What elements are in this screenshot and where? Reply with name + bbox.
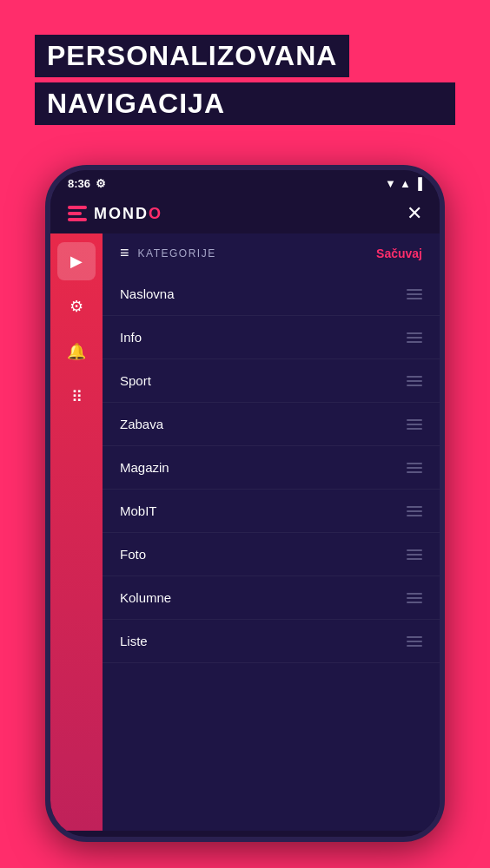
- category-name: Naslovna: [120, 286, 175, 301]
- drag-handle-icon[interactable]: [407, 463, 422, 473]
- sidebar: ▶ ⚙ 🔔 ⠿: [50, 233, 103, 831]
- category-item[interactable]: Naslovna: [103, 273, 440, 316]
- sidebar-item-settings[interactable]: ⚙: [57, 287, 96, 326]
- logo-bar-2: [68, 212, 82, 215]
- bell-icon: 🔔: [67, 342, 86, 361]
- drag-line: [407, 463, 422, 464]
- drag-line: [407, 602, 422, 603]
- drag-line: [407, 645, 422, 647]
- drag-line: [407, 289, 422, 291]
- category-item[interactable]: Foto: [103, 533, 440, 576]
- drag-line: [407, 510, 422, 512]
- drag-handle-icon[interactable]: [407, 549, 422, 560]
- category-item[interactable]: Sport: [103, 359, 440, 403]
- category-item[interactable]: Magazin: [103, 446, 440, 490]
- drag-line: [407, 341, 422, 343]
- headline-line2: NAVIGACIJA: [35, 82, 455, 125]
- drag-handle-icon[interactable]: [407, 332, 422, 343]
- grid-icon: ⠿: [71, 387, 83, 406]
- headline-area: PERSONALIZOVANA NAVIGACIJA: [35, 35, 455, 130]
- category-item[interactable]: Zabava: [103, 403, 440, 446]
- category-name: Info: [120, 330, 142, 345]
- battery-icon: ▐: [414, 177, 422, 190]
- phone-frame: 8:36 ⚙ ▼ ▲ ▐ MONDO ✕: [45, 165, 445, 842]
- drag-line: [407, 298, 422, 299]
- logo-bar-1: [68, 206, 87, 209]
- logo-bar-3: [68, 218, 87, 221]
- sidebar-item-grid[interactable]: ⠿: [57, 378, 96, 416]
- drag-line: [407, 636, 422, 638]
- category-name: MobIT: [120, 503, 157, 518]
- drag-line: [407, 419, 422, 421]
- sidebar-item-notifications[interactable]: 🔔: [57, 332, 96, 371]
- main-content: ▶ ⚙ 🔔 ⠿ ≡ KATEGORIJE: [50, 233, 440, 831]
- right-panel: ≡ KATEGORIJE Sačuvaj NaslovnaInfoSportZa…: [103, 233, 440, 831]
- drag-line: [407, 337, 422, 339]
- time-display: 8:36: [68, 177, 90, 190]
- save-button[interactable]: Sačuvaj: [376, 247, 422, 260]
- category-item[interactable]: MobIT: [103, 490, 440, 533]
- drag-line: [407, 554, 422, 556]
- logo-area: MONDO: [68, 205, 162, 223]
- category-name: Liste: [120, 634, 148, 648]
- panel-title: KATEGORIJE: [138, 247, 216, 260]
- drag-line: [407, 515, 422, 516]
- category-item[interactable]: Liste: [103, 620, 440, 663]
- gear-icon: ⚙: [96, 177, 106, 190]
- logo-text: MONDO: [94, 205, 162, 223]
- panel-header: ≡ KATEGORIJE Sačuvaj: [103, 233, 440, 273]
- drag-handle-icon[interactable]: [407, 636, 422, 647]
- category-name: Magazin: [120, 460, 169, 475]
- drag-handle-icon[interactable]: [407, 376, 422, 386]
- category-name: Foto: [120, 547, 146, 562]
- panel-header-left: ≡ KATEGORIJE: [120, 244, 216, 262]
- logo-bars: [68, 206, 87, 221]
- category-name: Sport: [120, 373, 151, 388]
- list-icon: ≡: [120, 244, 129, 262]
- drag-line: [407, 376, 422, 378]
- category-item[interactable]: Kolumne: [103, 576, 440, 620]
- headline-line1: PERSONALIZOVANA: [35, 35, 349, 77]
- drag-line: [407, 428, 422, 430]
- status-bar: 8:36 ⚙ ▼ ▲ ▐: [50, 170, 440, 194]
- logo-mondo: MOND: [94, 205, 149, 222]
- drag-line: [407, 332, 422, 334]
- video-icon: ▶: [70, 252, 83, 271]
- drag-line: [407, 380, 422, 382]
- drag-line: [407, 471, 422, 473]
- category-name: Kolumne: [120, 590, 171, 605]
- drag-line: [407, 593, 422, 595]
- app-header: MONDO ✕: [50, 194, 440, 233]
- background: PERSONALIZOVANA NAVIGACIJA 8:36 ⚙ ▼ ▲ ▐: [0, 0, 490, 868]
- drag-line: [407, 467, 422, 469]
- drag-line: [407, 385, 422, 386]
- category-list: NaslovnaInfoSportZabavaMagazinMobITFotoK…: [103, 273, 440, 831]
- drag-line: [407, 558, 422, 560]
- drag-handle-icon[interactable]: [407, 593, 422, 603]
- drag-line: [407, 597, 422, 599]
- drag-line: [407, 293, 422, 295]
- category-item[interactable]: Info: [103, 316, 440, 359]
- logo-o: O: [149, 205, 162, 222]
- settings-icon: ⚙: [70, 297, 83, 316]
- wifi-icon: ▼: [385, 177, 396, 190]
- sidebar-item-video[interactable]: ▶: [57, 242, 96, 280]
- drag-line: [407, 641, 422, 642]
- drag-handle-icon[interactable]: [407, 506, 422, 516]
- status-right: ▼ ▲ ▐: [385, 177, 422, 190]
- drag-line: [407, 424, 422, 425]
- category-name: Zabava: [120, 417, 163, 431]
- drag-handle-icon[interactable]: [407, 289, 422, 299]
- status-left: 8:36 ⚙: [68, 177, 106, 190]
- drag-handle-icon[interactable]: [407, 419, 422, 430]
- drag-line: [407, 549, 422, 551]
- drag-line: [407, 506, 422, 508]
- signal-icon: ▲: [400, 177, 411, 190]
- close-button[interactable]: ✕: [407, 202, 422, 225]
